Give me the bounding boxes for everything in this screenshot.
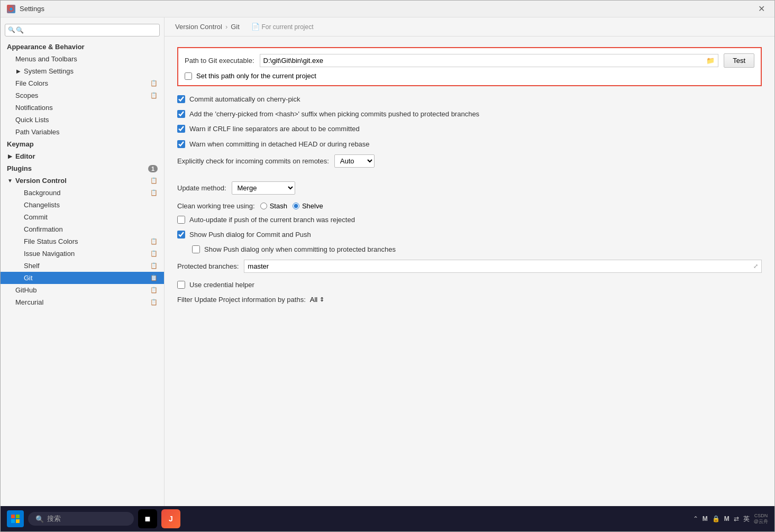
sidebar-item-quick-lists[interactable]: Quick Lists <box>1 114 164 126</box>
sidebar-item-label: Mercurial <box>15 298 148 306</box>
search-text: 搜索 <box>47 514 61 524</box>
svg-point-1 <box>10 7 13 11</box>
sidebar-item-label: System Settings <box>24 67 158 75</box>
expand-icon[interactable]: ⤢ <box>753 263 758 270</box>
window-title: Settings <box>20 5 755 13</box>
show-push-checkbox[interactable] <box>177 231 185 239</box>
sidebar-item-background[interactable]: Background 📋 <box>1 187 164 199</box>
taskbar: 🔍 搜索 ■ J ⌃ M 🔒 M ⇄ 英 CSDN @云舟 <box>1 506 774 531</box>
protected-input-wrap: ⤢ <box>244 260 762 273</box>
stash-option: Stash <box>260 202 287 210</box>
shelve-radio[interactable] <box>293 203 299 209</box>
sidebar-item-file-colors[interactable]: File Colors 📋 <box>1 77 164 89</box>
sidebar-item-changelists[interactable]: Changelists <box>1 199 164 211</box>
credential-row: Use credential helper <box>177 280 762 290</box>
sidebar-item-github[interactable]: GitHub 📋 <box>1 284 164 296</box>
filter-row: Filter Update Project information by pat… <box>177 296 762 304</box>
copy-icon: 📋 <box>150 238 158 245</box>
sidebar-item-label: Notifications <box>15 104 158 112</box>
current-project-checkbox[interactable] <box>185 72 192 80</box>
warn-detached-row: Warn when committing in detached HEAD or… <box>177 140 762 149</box>
incoming-commits-row: Explicitly check for incoming commits on… <box>177 154 762 168</box>
test-button[interactable]: Test <box>724 53 754 68</box>
sidebar-item-menus-toolbars[interactable]: Menus and Toolbars <box>1 53 164 65</box>
filter-label: Filter Update Project information by pat… <box>177 296 306 304</box>
sidebar-item-appearance[interactable]: Appearance & Behavior <box>1 41 164 53</box>
sidebar-item-notifications[interactable]: Notifications <box>1 102 164 114</box>
filter-arrows-icon[interactable]: ⇕ <box>320 296 324 303</box>
filter-value: All ⇕ <box>310 296 324 304</box>
taskbar-icon-chevron[interactable]: ⌃ <box>693 515 698 522</box>
warn-detached-label: Warn when committing in detached HEAD or… <box>189 140 370 149</box>
search-box: 🔍 <box>5 24 160 36</box>
sidebar-item-label: Shelf <box>24 262 148 270</box>
copy-icon: 📋 <box>150 274 158 281</box>
sidebar-item-shelf[interactable]: Shelf 📋 <box>1 260 164 272</box>
project-label: For current project <box>261 23 313 31</box>
sidebar-item-plugins[interactable]: Plugins 1 <box>1 162 164 175</box>
sidebar-item-version-control[interactable]: ▼ Version Control 📋 <box>1 175 164 187</box>
taskbar-search[interactable]: 🔍 搜索 <box>28 512 134 526</box>
start-button[interactable] <box>7 510 24 527</box>
cherry-pick-checkbox[interactable] <box>177 95 185 103</box>
close-button[interactable]: ✕ <box>755 3 768 15</box>
copy-icon: 📋 <box>150 177 158 184</box>
taskbar-app-jetbrains[interactable]: J <box>161 509 180 528</box>
cherry-pick-label: Commit automatically on cherry-pick <box>189 95 300 104</box>
copy-icon: 📋 <box>150 299 158 306</box>
protected-branches-input[interactable] <box>248 262 753 270</box>
breadcrumb-project: 📄 For current project <box>251 23 314 31</box>
stash-radio[interactable] <box>260 203 267 209</box>
warn-crlf-checkbox[interactable] <box>177 125 185 133</box>
sidebar-item-label: Git <box>24 274 148 282</box>
copy-icon: 📋 <box>150 80 158 87</box>
folder-icon[interactable]: 📁 <box>706 57 715 65</box>
git-path-section: Path to Git executable: 📁 Test Set this … <box>177 47 762 86</box>
taskbar-icon-lang[interactable]: 英 <box>743 515 750 524</box>
auto-update-checkbox[interactable] <box>177 216 185 224</box>
incoming-commits-select[interactable]: Auto Always Never <box>334 154 375 168</box>
sidebar-item-git[interactable]: Git 📋 <box>1 272 164 284</box>
credential-label: Use credential helper <box>189 280 254 290</box>
sidebar-item-confirmation[interactable]: Confirmation <box>1 223 164 235</box>
cherry-pick-suffix-checkbox[interactable] <box>177 110 185 118</box>
search-input[interactable] <box>5 24 160 36</box>
sidebar-item-editor[interactable]: ▶ Editor <box>1 150 164 162</box>
sidebar-item-file-status-colors[interactable]: File Status Colors 📋 <box>1 235 164 247</box>
update-method-select[interactable]: Merge Rebase Branch Default <box>232 181 295 195</box>
stash-label: Stash <box>270 202 287 210</box>
sidebar-item-keymap[interactable]: Keymap <box>1 138 164 150</box>
credential-checkbox[interactable] <box>177 281 185 289</box>
copy-icon: 📋 <box>150 262 158 269</box>
sidebar-item-label: File Status Colors <box>24 237 148 245</box>
svg-rect-5 <box>16 519 20 523</box>
sidebar-item-label: Scopes <box>15 91 148 99</box>
show-push-sub-checkbox[interactable] <box>192 245 200 253</box>
clean-tree-row: Clean working tree using: Stash Shelve <box>177 202 762 210</box>
incoming-commits-label: Explicitly check for incoming commits on… <box>177 157 329 165</box>
show-push-sub-label: Show Push dialog only when committing to… <box>204 245 396 254</box>
taskbar-icon-m2[interactable]: M <box>724 515 730 522</box>
cherry-pick-row: Commit automatically on cherry-pick <box>177 95 762 104</box>
show-push-row: Show Push dialog for Commit and Push <box>177 230 762 240</box>
taskbar-icon-lock[interactable]: 🔒 <box>712 515 720 522</box>
sidebar-item-label: Appearance & Behavior <box>7 43 158 51</box>
sidebar-item-commit[interactable]: Commit <box>1 211 164 223</box>
sidebar-item-mercurial[interactable]: Mercurial 📋 <box>1 296 164 308</box>
taskbar-icon-m1[interactable]: M <box>703 515 708 522</box>
taskbar-right: ⌃ M 🔒 M ⇄ 英 CSDN @云舟 <box>693 513 768 525</box>
warn-crlf-label: Warn if CRLF line separators are about t… <box>189 124 360 134</box>
update-method-row: Update method: Merge Rebase Branch Defau… <box>177 181 762 195</box>
sidebar-item-issue-navigation[interactable]: Issue Navigation 📋 <box>1 247 164 260</box>
sidebar-item-system-settings[interactable]: ▶ System Settings <box>1 65 164 77</box>
update-method-label: Update method: <box>177 184 226 192</box>
warn-detached-checkbox[interactable] <box>177 140 185 148</box>
breadcrumb-part2: Git <box>231 23 240 31</box>
copy-icon: 📋 <box>150 287 158 293</box>
sidebar-item-path-variables[interactable]: Path Variables <box>1 126 164 138</box>
git-path-input[interactable] <box>263 57 707 65</box>
taskbar-icon-arrows[interactable]: ⇄ <box>734 515 739 522</box>
sidebar-item-scopes[interactable]: Scopes 📋 <box>1 89 164 102</box>
sidebar-item-label: Path Variables <box>15 128 158 136</box>
taskbar-app-explorer[interactable]: ■ <box>138 509 157 528</box>
